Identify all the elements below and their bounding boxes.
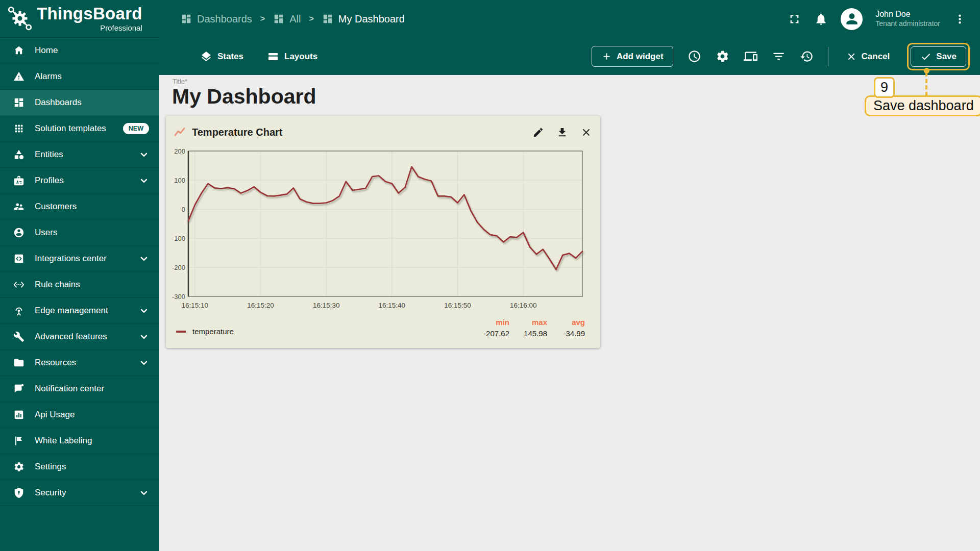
user-info[interactable]: John Doe Tenant administrator (875, 9, 940, 29)
badge-icon (13, 175, 24, 186)
sidebar-item-security[interactable]: Security (0, 480, 159, 506)
shield-icon (13, 487, 24, 498)
filter-icon (772, 49, 786, 63)
breadcrumb-my-dashboard[interactable]: My Dashboard (322, 13, 405, 25)
save-button-highlight-ring: Save (907, 43, 970, 70)
sidebar-item-label: Users (35, 228, 57, 238)
svg-text:16:15:40: 16:15:40 (379, 302, 406, 309)
wrench-icon (13, 331, 24, 342)
temperature-chart-widget[interactable]: Temperature Chart 2001000-100-200-30016:… (166, 116, 600, 348)
bell-icon (814, 12, 828, 26)
add-widget-button[interactable]: Add widget (592, 46, 673, 67)
save-button[interactable]: Save (911, 46, 966, 67)
legend-stats: min max avg -207.62 145.98 -34.99 (472, 318, 585, 342)
gear-icon (13, 461, 24, 472)
app-name: ThingsBoard (37, 5, 142, 22)
breadcrumb-all[interactable]: All (273, 13, 301, 25)
chart-legend: temperature min max avg -207.62 145.98 -… (174, 316, 592, 342)
antenna-icon (13, 305, 24, 316)
more-menu-button[interactable] (953, 12, 967, 26)
sidebar-item-white-labeling[interactable]: White Labeling (0, 428, 159, 454)
sidebar-item-users[interactable]: Users (0, 220, 159, 246)
sidebar-item-dashboards[interactable]: Dashboards (0, 90, 159, 116)
dashboard-title-field-label: Title* (173, 78, 187, 85)
dashboard-toolbar: States Layouts Add widget (159, 38, 980, 75)
bar-chart-icon (13, 409, 24, 420)
sidebar-item-resources[interactable]: Resources (0, 350, 159, 376)
sidebar-item-label: Notification center (35, 384, 104, 394)
sidebar-item-entities[interactable]: Entities (0, 142, 159, 168)
person-icon (844, 11, 860, 27)
annotation-tooltip: Save dashboard (865, 95, 980, 116)
sidebar-item-rule-chains[interactable]: Rule chains (0, 272, 159, 298)
cancel-button[interactable]: Cancel (843, 51, 893, 63)
chevron-down-icon (139, 306, 149, 316)
annotation-step-badge: 9 (874, 77, 895, 98)
sidebar-item-label: Customers (35, 202, 77, 212)
chevron-down-icon (139, 149, 149, 160)
sidebar-item-settings[interactable]: Settings (0, 454, 159, 480)
sidebar-item-label: Integrations center (35, 254, 107, 264)
max-value: 145.98 (509, 329, 547, 338)
chevron-down-icon (139, 358, 149, 368)
states-button[interactable]: States (200, 51, 243, 63)
sidebar-item-integrations-center[interactable]: Integrations center (0, 246, 159, 272)
sidebar-item-api-usage[interactable]: Api Usage (0, 402, 159, 428)
toolbar-divider (828, 47, 828, 66)
timewindow-button[interactable] (688, 49, 701, 63)
sidebar-item-label: Api Usage (35, 410, 75, 420)
sidebar-item-solution-templates[interactable]: Solution templatesNEW (0, 116, 159, 142)
layouts-button[interactable]: Layouts (267, 51, 317, 63)
temperature-chart-svg: 2001000-100-200-30016:15:1016:15:2016:15… (174, 146, 587, 315)
export-widget-button[interactable] (556, 127, 568, 138)
svg-text:200: 200 (174, 147, 185, 155)
sidebar-item-label: Advanced features (35, 332, 107, 342)
chevron-down-icon (139, 332, 149, 342)
series-label: temperature (192, 327, 234, 336)
notifications-button[interactable] (814, 12, 828, 26)
svg-text:-200: -200 (172, 264, 185, 271)
sidebar-item-label: Solution templates (35, 123, 106, 134)
avatar[interactable] (841, 8, 863, 30)
edit-widget-button[interactable] (532, 127, 544, 138)
sidebar-item-notification-center[interactable]: Notification center (0, 376, 159, 402)
sidebar-item-label: Profiles (35, 176, 64, 186)
user-role: Tenant administrator (875, 19, 940, 29)
layout-icon (267, 51, 279, 63)
manage-layouts-button[interactable] (744, 49, 757, 63)
annotation-connector-dot (924, 68, 929, 73)
widget-title: Temperature Chart (192, 127, 282, 138)
people-icon (13, 201, 24, 212)
sidebar-item-edge-management[interactable]: Edge management (0, 298, 159, 324)
chevron-down-icon (139, 488, 149, 498)
page-title[interactable]: My Dashboard (172, 85, 316, 109)
sidebar-item-home[interactable]: Home (0, 38, 159, 64)
remove-widget-button[interactable] (580, 127, 592, 138)
entity-filter-button[interactable] (772, 49, 786, 63)
app-edition: Professional (100, 23, 142, 32)
sidebar-item-customers[interactable]: Customers (0, 194, 159, 220)
sidebar-item-label: Alarms (35, 71, 62, 82)
legend-series[interactable]: temperature (176, 327, 234, 342)
breadcrumb-dashboards[interactable]: Dashboards (181, 13, 252, 25)
toolbar-right: Add widget Cancel (592, 43, 970, 70)
dashboard-settings-button[interactable] (716, 49, 729, 63)
sidebar-item-alarms[interactable]: Alarms (0, 64, 159, 90)
check-icon (920, 51, 932, 62)
download-icon (556, 127, 568, 138)
home-icon (13, 45, 24, 56)
folder-icon (13, 357, 24, 368)
app-logo[interactable]: ThingsBoard Professional (0, 0, 159, 38)
sidebar-item-profiles[interactable]: Profiles (0, 168, 159, 194)
history-icon (800, 49, 814, 63)
version-history-button[interactable] (800, 49, 814, 63)
close-icon (846, 51, 857, 62)
thingsboard-app: ThingsBoard Professional Dashboards > Al… (0, 0, 980, 551)
fullscreen-icon (788, 12, 801, 26)
sidebar-item-advanced-features[interactable]: Advanced features (0, 324, 159, 350)
main-content: Title* My Dashboard Temperature Chart (159, 75, 980, 551)
sidebar-item-label: Edge management (35, 306, 108, 316)
fullscreen-button[interactable] (788, 12, 801, 26)
sidebar-item-label: Settings (35, 462, 66, 472)
pencil-icon (532, 127, 544, 138)
